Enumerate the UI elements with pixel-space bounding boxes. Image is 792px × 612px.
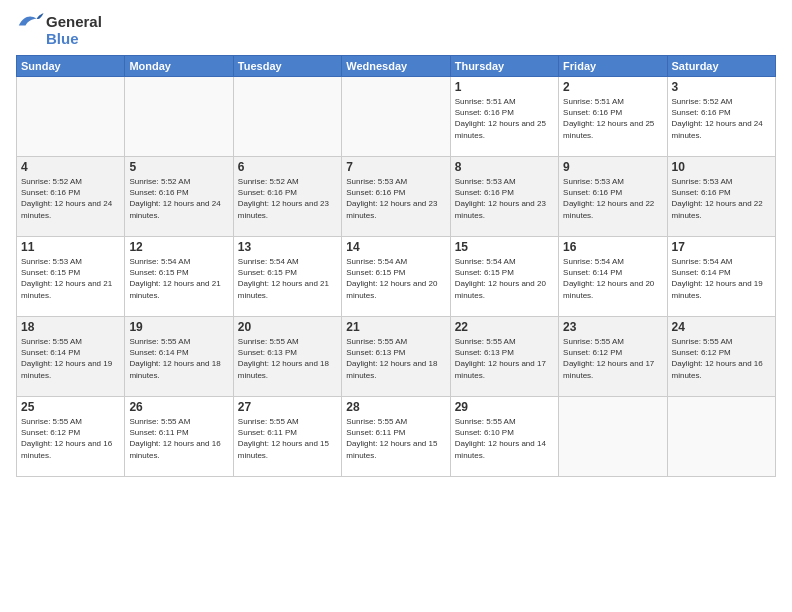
day-info: Sunrise: 5:52 AM Sunset: 6:16 PM Dayligh… [129, 176, 228, 221]
calendar-container: GeneralBlue SundayMondayTuesdayWednesday… [0, 0, 792, 612]
day-info: Sunrise: 5:53 AM Sunset: 6:16 PM Dayligh… [346, 176, 445, 221]
calendar-cell: 17Sunrise: 5:54 AM Sunset: 6:14 PM Dayli… [667, 237, 775, 317]
weekday-wednesday: Wednesday [342, 56, 450, 77]
calendar-cell: 15Sunrise: 5:54 AM Sunset: 6:15 PM Dayli… [450, 237, 558, 317]
day-info: Sunrise: 5:55 AM Sunset: 6:13 PM Dayligh… [346, 336, 445, 381]
weekday-sunday: Sunday [17, 56, 125, 77]
day-info: Sunrise: 5:55 AM Sunset: 6:13 PM Dayligh… [238, 336, 337, 381]
day-number: 26 [129, 400, 228, 414]
day-info: Sunrise: 5:55 AM Sunset: 6:11 PM Dayligh… [346, 416, 445, 461]
day-number: 18 [21, 320, 120, 334]
day-number: 27 [238, 400, 337, 414]
calendar-table: SundayMondayTuesdayWednesdayThursdayFrid… [16, 55, 776, 477]
calendar-cell [559, 397, 667, 477]
weekday-friday: Friday [559, 56, 667, 77]
calendar-cell: 27Sunrise: 5:55 AM Sunset: 6:11 PM Dayli… [233, 397, 341, 477]
calendar-cell: 19Sunrise: 5:55 AM Sunset: 6:14 PM Dayli… [125, 317, 233, 397]
calendar-cell: 29Sunrise: 5:55 AM Sunset: 6:10 PM Dayli… [450, 397, 558, 477]
day-number: 10 [672, 160, 771, 174]
calendar-cell: 20Sunrise: 5:55 AM Sunset: 6:13 PM Dayli… [233, 317, 341, 397]
calendar-week-row: 25Sunrise: 5:55 AM Sunset: 6:12 PM Dayli… [17, 397, 776, 477]
day-info: Sunrise: 5:52 AM Sunset: 6:16 PM Dayligh… [672, 96, 771, 141]
calendar-cell: 8Sunrise: 5:53 AM Sunset: 6:16 PM Daylig… [450, 157, 558, 237]
logo-general: General [46, 13, 102, 30]
calendar-cell: 5Sunrise: 5:52 AM Sunset: 6:16 PM Daylig… [125, 157, 233, 237]
day-info: Sunrise: 5:54 AM Sunset: 6:14 PM Dayligh… [672, 256, 771, 301]
calendar-cell: 23Sunrise: 5:55 AM Sunset: 6:12 PM Dayli… [559, 317, 667, 397]
calendar-cell: 11Sunrise: 5:53 AM Sunset: 6:15 PM Dayli… [17, 237, 125, 317]
day-info: Sunrise: 5:53 AM Sunset: 6:15 PM Dayligh… [21, 256, 120, 301]
logo: GeneralBlue [16, 12, 102, 47]
logo-blue: Blue [46, 30, 79, 47]
calendar-cell [233, 77, 341, 157]
calendar-cell: 4Sunrise: 5:52 AM Sunset: 6:16 PM Daylig… [17, 157, 125, 237]
day-number: 11 [21, 240, 120, 254]
day-number: 12 [129, 240, 228, 254]
calendar-cell: 9Sunrise: 5:53 AM Sunset: 6:16 PM Daylig… [559, 157, 667, 237]
day-number: 24 [672, 320, 771, 334]
day-info: Sunrise: 5:55 AM Sunset: 6:12 PM Dayligh… [21, 416, 120, 461]
day-info: Sunrise: 5:53 AM Sunset: 6:16 PM Dayligh… [672, 176, 771, 221]
weekday-thursday: Thursday [450, 56, 558, 77]
logo-line1: General [16, 12, 102, 30]
day-number: 5 [129, 160, 228, 174]
weekday-monday: Monday [125, 56, 233, 77]
day-number: 20 [238, 320, 337, 334]
weekday-saturday: Saturday [667, 56, 775, 77]
day-number: 13 [238, 240, 337, 254]
calendar-cell: 24Sunrise: 5:55 AM Sunset: 6:12 PM Dayli… [667, 317, 775, 397]
calendar-cell: 2Sunrise: 5:51 AM Sunset: 6:16 PM Daylig… [559, 77, 667, 157]
day-info: Sunrise: 5:55 AM Sunset: 6:11 PM Dayligh… [129, 416, 228, 461]
calendar-cell: 7Sunrise: 5:53 AM Sunset: 6:16 PM Daylig… [342, 157, 450, 237]
day-info: Sunrise: 5:55 AM Sunset: 6:10 PM Dayligh… [455, 416, 554, 461]
day-number: 23 [563, 320, 662, 334]
day-info: Sunrise: 5:53 AM Sunset: 6:16 PM Dayligh… [455, 176, 554, 221]
calendar-cell: 13Sunrise: 5:54 AM Sunset: 6:15 PM Dayli… [233, 237, 341, 317]
calendar-cell: 16Sunrise: 5:54 AM Sunset: 6:14 PM Dayli… [559, 237, 667, 317]
day-info: Sunrise: 5:55 AM Sunset: 6:14 PM Dayligh… [129, 336, 228, 381]
calendar-cell: 21Sunrise: 5:55 AM Sunset: 6:13 PM Dayli… [342, 317, 450, 397]
calendar-cell [342, 77, 450, 157]
day-number: 15 [455, 240, 554, 254]
calendar-week-row: 11Sunrise: 5:53 AM Sunset: 6:15 PM Dayli… [17, 237, 776, 317]
day-number: 6 [238, 160, 337, 174]
calendar-cell: 14Sunrise: 5:54 AM Sunset: 6:15 PM Dayli… [342, 237, 450, 317]
day-info: Sunrise: 5:55 AM Sunset: 6:12 PM Dayligh… [563, 336, 662, 381]
calendar-cell: 18Sunrise: 5:55 AM Sunset: 6:14 PM Dayli… [17, 317, 125, 397]
calendar-header: GeneralBlue [16, 12, 776, 47]
day-info: Sunrise: 5:54 AM Sunset: 6:15 PM Dayligh… [455, 256, 554, 301]
day-number: 28 [346, 400, 445, 414]
day-info: Sunrise: 5:55 AM Sunset: 6:12 PM Dayligh… [672, 336, 771, 381]
day-number: 29 [455, 400, 554, 414]
day-number: 25 [21, 400, 120, 414]
day-number: 9 [563, 160, 662, 174]
weekday-header-row: SundayMondayTuesdayWednesdayThursdayFrid… [17, 56, 776, 77]
day-info: Sunrise: 5:52 AM Sunset: 6:16 PM Dayligh… [21, 176, 120, 221]
calendar-cell: 26Sunrise: 5:55 AM Sunset: 6:11 PM Dayli… [125, 397, 233, 477]
day-info: Sunrise: 5:55 AM Sunset: 6:13 PM Dayligh… [455, 336, 554, 381]
day-info: Sunrise: 5:54 AM Sunset: 6:15 PM Dayligh… [346, 256, 445, 301]
day-number: 7 [346, 160, 445, 174]
day-info: Sunrise: 5:54 AM Sunset: 6:15 PM Dayligh… [238, 256, 337, 301]
calendar-cell [125, 77, 233, 157]
calendar-cell: 10Sunrise: 5:53 AM Sunset: 6:16 PM Dayli… [667, 157, 775, 237]
day-number: 16 [563, 240, 662, 254]
calendar-cell: 6Sunrise: 5:52 AM Sunset: 6:16 PM Daylig… [233, 157, 341, 237]
day-info: Sunrise: 5:53 AM Sunset: 6:16 PM Dayligh… [563, 176, 662, 221]
day-number: 14 [346, 240, 445, 254]
calendar-week-row: 4Sunrise: 5:52 AM Sunset: 6:16 PM Daylig… [17, 157, 776, 237]
day-info: Sunrise: 5:54 AM Sunset: 6:14 PM Dayligh… [563, 256, 662, 301]
calendar-cell [17, 77, 125, 157]
calendar-week-row: 1Sunrise: 5:51 AM Sunset: 6:16 PM Daylig… [17, 77, 776, 157]
calendar-cell: 28Sunrise: 5:55 AM Sunset: 6:11 PM Dayli… [342, 397, 450, 477]
day-info: Sunrise: 5:54 AM Sunset: 6:15 PM Dayligh… [129, 256, 228, 301]
day-info: Sunrise: 5:55 AM Sunset: 6:14 PM Dayligh… [21, 336, 120, 381]
calendar-cell: 12Sunrise: 5:54 AM Sunset: 6:15 PM Dayli… [125, 237, 233, 317]
calendar-cell: 1Sunrise: 5:51 AM Sunset: 6:16 PM Daylig… [450, 77, 558, 157]
day-info: Sunrise: 5:51 AM Sunset: 6:16 PM Dayligh… [563, 96, 662, 141]
day-number: 3 [672, 80, 771, 94]
calendar-week-row: 18Sunrise: 5:55 AM Sunset: 6:14 PM Dayli… [17, 317, 776, 397]
day-info: Sunrise: 5:51 AM Sunset: 6:16 PM Dayligh… [455, 96, 554, 141]
calendar-cell: 22Sunrise: 5:55 AM Sunset: 6:13 PM Dayli… [450, 317, 558, 397]
calendar-cell [667, 397, 775, 477]
